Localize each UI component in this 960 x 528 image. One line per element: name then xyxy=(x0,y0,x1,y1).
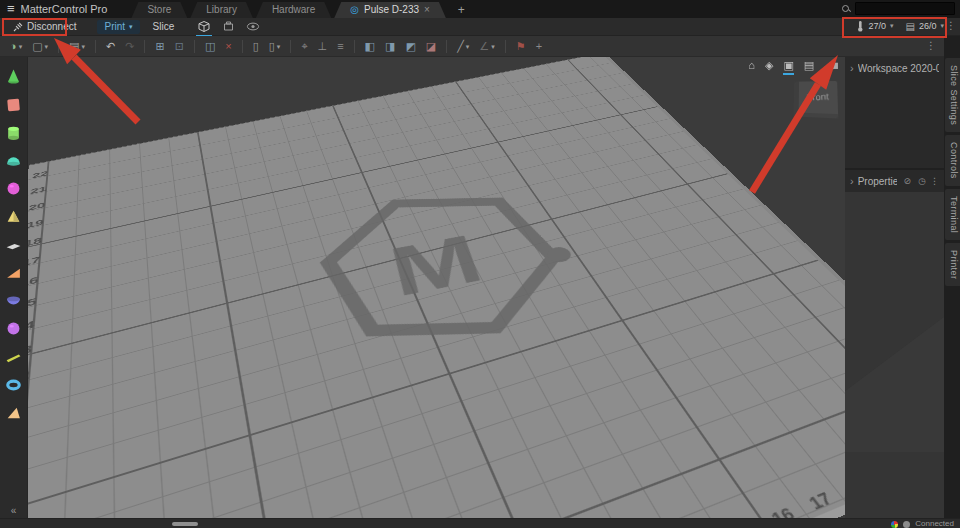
layers-view-icon[interactable]: ▤ xyxy=(804,58,814,73)
tab-hardware[interactable]: Hardware xyxy=(256,2,331,18)
half-torus-icon xyxy=(5,292,22,309)
properties-header[interactable]: › Properties ⊘ ◷ ⋮ xyxy=(845,170,944,192)
disable-icon[interactable]: ⊘ xyxy=(904,176,912,186)
workspace-header[interactable]: › Workspace 2020-08 xyxy=(845,57,944,79)
speeds-icon[interactable]: ▂▄▆ xyxy=(824,58,837,73)
primitive-wedge[interactable] xyxy=(3,259,25,285)
properties-menu-icon[interactable]: ⋮ xyxy=(930,176,939,186)
primitive-sheet[interactable] xyxy=(3,231,25,257)
chevron-down-icon: ▾ xyxy=(82,38,86,55)
slice-button[interactable]: Slice xyxy=(146,20,182,34)
toolbar-undo-button[interactable]: ↶ xyxy=(102,38,119,55)
primitive-sphere-purple[interactable] xyxy=(3,315,25,341)
view-cube[interactable]: Front xyxy=(794,81,839,118)
side-tab-printer[interactable]: Printer xyxy=(945,243,960,286)
toolbar-subtract-button[interactable]: ◪ xyxy=(422,38,440,55)
home-icon[interactable]: ⌂ xyxy=(748,58,755,73)
toolbar-combine-button[interactable]: ◩ xyxy=(401,38,419,55)
tab-library[interactable]: Library xyxy=(190,2,253,18)
bed-temp-value: 26/0 xyxy=(919,21,937,31)
printer-bar-menu-icon[interactable]: ⋮ xyxy=(946,20,956,31)
toolbar-bed-select-button[interactable]: ▢▾ xyxy=(28,38,52,55)
hamburger-menu-icon[interactable]: ≡ xyxy=(7,0,15,18)
printer-view-button[interactable] xyxy=(222,20,235,33)
toolbar-divider xyxy=(58,40,59,53)
primitive-stick[interactable] xyxy=(3,343,25,369)
disconnect-label: Disconnect xyxy=(27,21,76,32)
properties-title: Properties xyxy=(858,176,897,187)
primitive-cylinder[interactable] xyxy=(3,119,25,145)
svg-text:M: M xyxy=(383,222,493,313)
primitive-half-sphere[interactable] xyxy=(3,147,25,173)
cube-icon xyxy=(197,20,211,33)
color-wheel-icon xyxy=(891,521,898,528)
visibility-button[interactable] xyxy=(246,21,260,33)
ungroup-icon: ◨ xyxy=(385,38,395,55)
primitive-ring[interactable] xyxy=(3,371,25,397)
slice-label: Slice xyxy=(153,21,175,32)
toolbar-save-button[interactable]: ▤▾ xyxy=(65,38,89,55)
side-tab-controls[interactable]: Controls xyxy=(945,135,960,186)
toolbar-angle-button[interactable]: ∠▾ xyxy=(475,38,498,55)
toolbar-redo-button[interactable]: ↷ xyxy=(121,38,138,55)
close-tab-icon[interactable]: × xyxy=(424,2,430,18)
toolbar-measure-button[interactable]: ╱▾ xyxy=(453,38,473,55)
toolbar-align-button[interactable]: ⌖ xyxy=(297,38,311,55)
combine-icon: ◩ xyxy=(405,38,415,55)
bed-y-label: 13 xyxy=(28,342,33,360)
toolbar-support-button[interactable]: ▯ xyxy=(249,38,263,55)
toolbar-lay-flat-button[interactable]: ⊥ xyxy=(314,38,332,55)
print-bed[interactable]: 1234567891011121314151617181920212212345… xyxy=(28,57,845,518)
toolbar-move-button[interactable]: + xyxy=(532,38,546,55)
disconnect-button[interactable]: Disconnect xyxy=(6,20,83,34)
wedge-icon xyxy=(5,264,22,281)
scrollbar-thumb[interactable] xyxy=(172,522,198,526)
history-icon[interactable]: ◷ xyxy=(918,176,926,186)
toolbar-scene-color-button[interactable]: ◑▾ xyxy=(6,38,26,55)
measure-icon: ╱ xyxy=(457,38,464,55)
side-tab-slice-settings[interactable]: Slice Settings xyxy=(945,58,960,132)
orientation-icon[interactable]: ◈ xyxy=(765,58,773,73)
cylinder-icon xyxy=(5,124,22,141)
bed-y-label: 19 xyxy=(28,217,44,230)
toolbar-support-options-button[interactable]: ▯▾ xyxy=(265,38,285,55)
hotend-temp-dropdown[interactable]: 27/0 ▾ xyxy=(856,20,893,32)
toolbar-divider xyxy=(446,40,447,53)
chevron-down-icon: ▾ xyxy=(277,38,281,55)
toolbar-group-button[interactable]: ◧ xyxy=(361,38,379,55)
primitive-cone[interactable] xyxy=(3,63,25,89)
bed-y-label: 20 xyxy=(28,200,46,212)
tab-store[interactable]: Store xyxy=(131,2,187,18)
stick-icon xyxy=(5,348,22,365)
print-button[interactable]: Print ▾ xyxy=(97,20,139,34)
toolbar-duplicate-button[interactable]: ◫ xyxy=(201,38,219,55)
toolbar-delete-button[interactable]: × xyxy=(221,38,235,55)
new-tab-button[interactable]: + xyxy=(449,2,474,18)
search-input[interactable] xyxy=(855,2,955,15)
support-options-icon: ▯ xyxy=(269,38,275,55)
primitive-half-torus[interactable] xyxy=(3,287,25,313)
toolbar-divider xyxy=(194,40,195,53)
toolbar-bed-pin-button[interactable]: ⚑ xyxy=(512,38,530,55)
toolbar-ungroup-button[interactable]: ◨ xyxy=(381,38,399,55)
primitive-pyramid[interactable] xyxy=(3,203,25,229)
toolbar-clear-bed-button[interactable]: ⊡ xyxy=(171,38,188,55)
toolbar-arrange-all-button[interactable]: ⊞ xyxy=(151,38,168,55)
duplicate-icon: ◫ xyxy=(205,38,215,55)
3d-viewport[interactable]: 1234567891011121314151617181920212212345… xyxy=(28,57,845,518)
cone-icon xyxy=(5,68,22,85)
bed-temp-dropdown[interactable]: ▤ 26/0 ▾ xyxy=(906,21,945,32)
solid-view-icon[interactable]: ▣ xyxy=(783,58,793,73)
primitive-triangle[interactable] xyxy=(3,399,25,425)
toolbar-menu-icon[interactable]: ⋮ xyxy=(926,40,936,51)
toolbar-divider xyxy=(242,40,243,53)
heated-bed-icon: ▤ xyxy=(906,21,915,32)
primitive-cube[interactable] xyxy=(3,91,25,117)
side-tab-terminal[interactable]: Terminal xyxy=(945,189,960,240)
collapse-sidebar-button[interactable]: « xyxy=(11,505,17,516)
primitive-sphere[interactable] xyxy=(3,175,25,201)
model-view-button[interactable] xyxy=(197,20,211,34)
chevron-down-icon: ▾ xyxy=(129,23,133,31)
toolbar-make-level-button[interactable]: ≡ xyxy=(333,38,347,55)
tab-pulse-d233[interactable]: ◎ Pulse D-233 × xyxy=(334,2,446,18)
